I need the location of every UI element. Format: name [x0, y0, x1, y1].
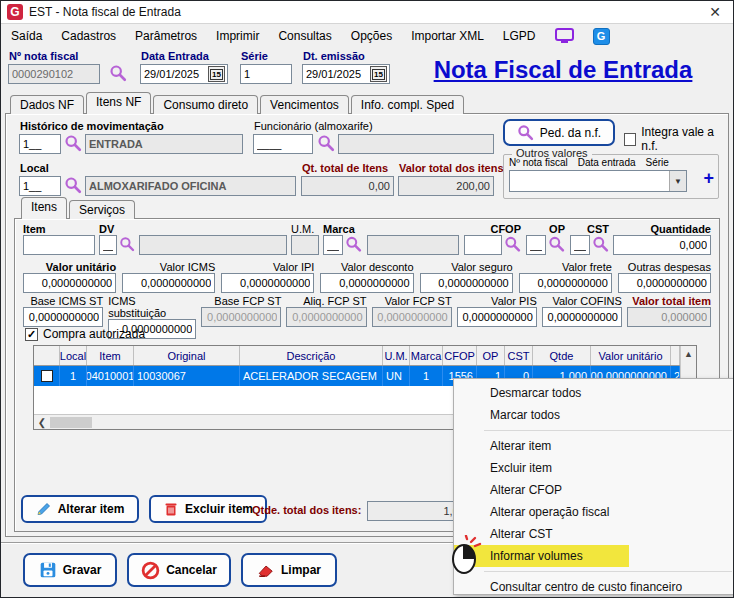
tab-itens[interactable]: Itens	[21, 197, 67, 219]
alterar-item-button[interactable]: Alterar item	[21, 495, 139, 523]
marca-desc-field	[367, 235, 459, 255]
menu-importar-xml[interactable]: Importar XML	[411, 29, 484, 43]
valor-pis-input[interactable]	[457, 307, 537, 327]
item-desc-field	[139, 235, 287, 255]
menu-consultas[interactable]: Consultas	[278, 29, 331, 43]
cst-input[interactable]	[570, 235, 590, 255]
valor-ipi-input[interactable]	[221, 273, 314, 293]
op-search-icon[interactable]	[548, 235, 565, 253]
ov-col-data: Data entrada	[578, 157, 636, 168]
menu-parametros[interactable]: Parâmetros	[135, 29, 197, 43]
tab-vencimentos[interactable]: Vencimentos	[260, 95, 349, 114]
base-icms-st-input[interactable]	[23, 307, 103, 327]
ctx-alterar-cst[interactable]: Alterar CST	[454, 523, 734, 545]
funcionario-search-icon[interactable]	[317, 134, 335, 152]
um-field	[291, 235, 319, 255]
menu-saida[interactable]: Saída	[11, 29, 42, 43]
col-op: OP	[477, 346, 505, 365]
cell-item: 04010001	[87, 366, 134, 386]
tab-servicos[interactable]: Serviços	[69, 200, 135, 219]
valor-desconto-input[interactable]	[320, 273, 413, 293]
menu-imprimir[interactable]: Imprimir	[216, 29, 259, 43]
menu-opcoes[interactable]: Opções	[351, 29, 392, 43]
valor-unitario-input[interactable]	[23, 273, 116, 293]
eraser-icon	[257, 561, 275, 579]
col-valor-unitario: Valor unitário	[591, 346, 671, 365]
limpar-button[interactable]: Limpar	[241, 553, 337, 587]
context-menu-separator	[484, 430, 732, 431]
nf-input[interactable]	[8, 64, 100, 84]
local-code-input[interactable]	[19, 176, 61, 196]
aliq-fcp-st-label: Aliq. FCP ST	[303, 295, 366, 307]
data-entrada-calendar-icon[interactable]: 15	[208, 66, 225, 82]
valor-icms-input[interactable]	[122, 273, 215, 293]
op-input[interactable]	[526, 235, 546, 255]
ped-search-icon	[517, 124, 534, 141]
ped-da-nf-button[interactable]: Ped. da n.f.	[503, 119, 615, 146]
item-input[interactable]	[23, 235, 95, 255]
g-app-icon[interactable]: G	[593, 28, 610, 45]
ctx-alterar-cfop[interactable]: Alterar CFOP	[454, 479, 734, 501]
valor-total-itens-field	[398, 176, 494, 196]
col-original: Original	[134, 346, 240, 365]
cell-marca: 1	[410, 366, 443, 386]
ctx-excluir-item[interactable]: Excluir item	[454, 457, 734, 479]
outros-valores-groupbox: Outros valores Nº nota fiscal Data entra…	[503, 154, 719, 199]
compra-autorizada-checkbox[interactable]: ✓ Compra autorizada	[25, 327, 145, 341]
dv-label: DV	[99, 223, 135, 235]
ctx-alterar-item[interactable]: Alterar item	[454, 435, 734, 457]
window-title: EST - Nota fiscal de Entrada	[29, 5, 703, 19]
qt-total-itens-label: Qt. total de Itens	[302, 162, 388, 174]
gravar-button[interactable]: Gravar	[23, 553, 117, 587]
dv-search-icon[interactable]	[119, 235, 135, 253]
outras-despesas-input[interactable]	[618, 273, 711, 293]
col-marca: Marca	[410, 346, 443, 365]
serie-input[interactable]	[240, 64, 292, 84]
local-search-icon[interactable]	[64, 176, 82, 194]
historico-search-icon[interactable]	[64, 134, 82, 152]
add-nf-plus-icon[interactable]: +	[703, 168, 714, 189]
col-extra	[671, 346, 680, 365]
funcionario-code-input[interactable]	[253, 134, 313, 154]
tab-consumo-direto[interactable]: Consumo direto	[153, 95, 258, 114]
menu-lgpd[interactable]: LGPD	[503, 29, 536, 43]
integra-vale-checkbox[interactable]: Integra vale a n.f.	[624, 125, 728, 153]
marca-label: Marca	[323, 223, 363, 235]
ctx-consultar-centro-custo[interactable]: Consultar centro de custo financeiro	[454, 576, 734, 598]
nf-search-icon[interactable]	[109, 64, 127, 82]
quantidade-input[interactable]	[613, 235, 711, 255]
valor-frete-input[interactable]	[519, 273, 612, 293]
base-fcp-st-label: Base FCP ST	[214, 295, 281, 307]
cfop-search-icon[interactable]	[504, 235, 521, 253]
ctx-alterar-operacao-fiscal[interactable]: Alterar operação fiscal	[454, 501, 734, 523]
tab-dados-nf[interactable]: Dados NF	[10, 95, 84, 114]
cfop-input[interactable]	[464, 235, 502, 255]
col-descricao: Descrição	[240, 346, 383, 365]
menu-cadastros[interactable]: Cadastros	[61, 29, 116, 43]
valor-seguro-input[interactable]	[420, 273, 513, 293]
cancelar-button[interactable]: Cancelar	[127, 553, 231, 587]
ov-col-serie: Série	[646, 157, 669, 168]
dt-emissao-calendar-icon[interactable]: 15	[370, 66, 387, 82]
historico-label: Histórico de movimentação	[20, 120, 164, 132]
close-icon[interactable]: ✕	[703, 4, 727, 20]
ctx-marcar-todos[interactable]: Marcar todos	[454, 404, 734, 426]
outros-valores-combobox[interactable]: ▼	[509, 170, 687, 192]
itens-servicos-tabbar: Itens Serviços	[21, 197, 135, 219]
historico-code-input[interactable]	[19, 134, 61, 154]
marca-search-icon[interactable]	[345, 235, 362, 253]
valor-desconto-label: Valor desconto	[341, 261, 414, 273]
tab-itens-nf[interactable]: Itens NF	[86, 92, 151, 114]
excluir-item-button[interactable]: Excluir item	[149, 495, 267, 523]
hscroll-left-icon: ❮	[34, 415, 50, 429]
cst-search-icon[interactable]	[592, 235, 609, 253]
icms-substituicao-label: ICMS substituição	[108, 295, 196, 319]
tab-info-compl-sped[interactable]: Info. compl. Sped	[351, 95, 464, 114]
valor-cofins-input[interactable]	[542, 307, 622, 327]
valor-total-item-label: Valor total item	[632, 295, 711, 307]
dv-input[interactable]	[99, 235, 117, 255]
ctx-desmarcar-todos[interactable]: Desmarcar todos	[454, 382, 734, 404]
row-checkbox[interactable]	[41, 370, 53, 382]
monitor-icon[interactable]	[555, 28, 574, 44]
marca-input[interactable]	[323, 235, 343, 255]
